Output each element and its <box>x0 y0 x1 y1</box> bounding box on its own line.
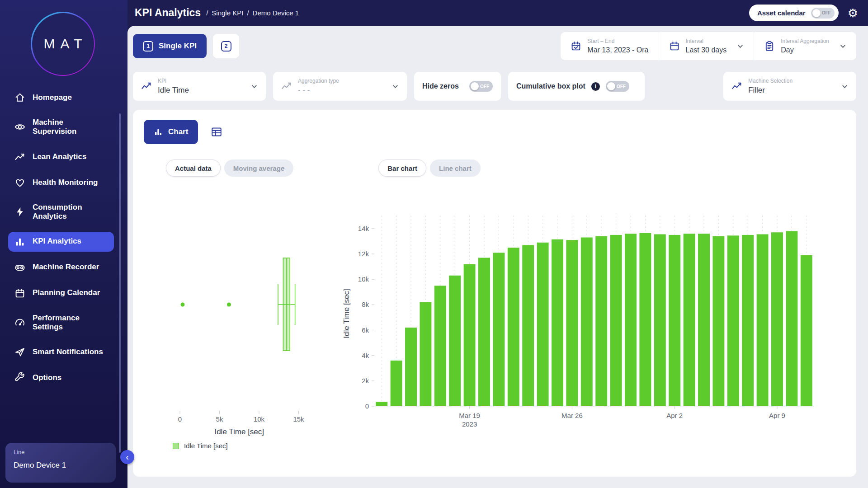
sidebar-item-health-monitoring[interactable]: Health Monitoring <box>8 173 114 192</box>
sidebar-item-label: Homepage <box>33 93 72 102</box>
svg-text:4k: 4k <box>362 352 369 359</box>
chevron-down-icon <box>251 83 258 90</box>
boxplot-chart: 05k10k15kIdle Time [sec] <box>157 198 338 456</box>
sidebar-item-consumption-analytics[interactable]: Consumption Analytics <box>8 198 114 226</box>
gauge-icon <box>14 317 25 328</box>
sidebar-item-machine-supervision[interactable]: Machine Supervision <box>8 113 114 141</box>
sidebar-item-smart-notifications[interactable]: Smart Notifications <box>8 342 114 362</box>
logo: MAT <box>31 12 95 76</box>
sidebar-item-label: Performance Settings <box>33 314 108 332</box>
hide-zeros-label: Hide zeros <box>422 82 459 90</box>
bar-chart-pill[interactable]: Bar chart <box>378 160 426 177</box>
topbar: KPI Analytics / Single KPI / Demo Device… <box>127 0 868 26</box>
breadcrumb-separator: / <box>247 9 249 17</box>
sidebar-scrollbar[interactable] <box>119 113 121 453</box>
calendar-icon <box>571 41 581 52</box>
svg-text:14k: 14k <box>358 225 369 232</box>
single-kpi-badge-number: 1 <box>146 43 150 49</box>
sidebar-item-lean-analytics[interactable]: Lean Analytics <box>8 147 114 167</box>
info-icon[interactable]: i <box>591 82 600 91</box>
logo-circle: MAT <box>32 13 94 75</box>
pulse-line-icon <box>731 81 742 92</box>
kpi-label: KPI <box>158 78 241 84</box>
single-kpi-tab[interactable]: 1 Single KPI <box>133 34 207 58</box>
device-line-label: Line <box>14 449 108 455</box>
sidebar-menu: Homepage Machine Supervision Lean Analyt… <box>0 88 118 388</box>
toggle-state-label: OFF <box>617 84 626 89</box>
legend-swatch <box>173 443 179 449</box>
kpi-select[interactable]: KPI Idle Time <box>133 72 266 101</box>
svg-text:6k: 6k <box>362 326 369 334</box>
sidebar-item-kpi-analytics[interactable]: KPI Analytics <box>8 232 114 252</box>
pulse-line-icon <box>141 81 152 92</box>
svg-text:Idle Time [sec]: Idle Time [sec] <box>342 289 351 338</box>
chevron-down-icon <box>840 43 846 50</box>
single-kpi-icon: 1 <box>143 41 153 52</box>
clipboard-icon <box>764 41 775 52</box>
sidebar-item-machine-recorder[interactable]: Machine Recorder <box>8 258 114 277</box>
hide-zeros-control: Hide zeros OFF <box>414 72 501 101</box>
sidebar-item-label: Machine Recorder <box>33 263 99 272</box>
table-view-button[interactable] <box>211 126 222 138</box>
sidebar-item-planning-calendar[interactable]: Planning Calendar <box>8 283 114 303</box>
chevron-down-icon <box>737 43 744 50</box>
sidebar-item-label: Planning Calendar <box>33 288 100 297</box>
sidebar-item-label: Options <box>33 373 61 382</box>
selected-device-card[interactable]: Line Demo Device 1 <box>5 443 116 483</box>
paper-plane-icon <box>14 347 25 357</box>
page-title: KPI Analytics <box>135 7 201 19</box>
sidebar-item-performance-settings[interactable]: Performance Settings <box>8 309 114 337</box>
series-toggles: Actual data Moving average Bar chart Lin… <box>166 160 845 177</box>
sidebar-item-label: Machine Supervision <box>33 118 108 136</box>
aggregation-type-select[interactable]: Aggregation type - - - <box>273 72 407 101</box>
date-range-field[interactable]: Start – End Mar 13, 2023 - Ora <box>561 32 658 60</box>
recorder-icon <box>14 262 25 273</box>
line-chart-pill[interactable]: Line chart <box>430 160 481 177</box>
multi-kpi-tab[interactable]: 2 <box>213 34 239 58</box>
aggregation-type-label: Aggregation type <box>298 78 382 84</box>
date-range-label: Start – End <box>587 38 648 44</box>
asset-calendar-label: Asset calendar <box>757 9 806 17</box>
date-settings-card: Start – End Mar 13, 2023 - Ora Interval … <box>561 32 856 60</box>
sidebar-item-label: Consumption Analytics <box>33 203 108 221</box>
svg-text:Idle Time [sec]: Idle Time [sec] <box>214 427 264 436</box>
svg-text:Mar 19: Mar 19 <box>459 412 480 419</box>
moving-average-pill[interactable]: Moving average <box>224 160 293 177</box>
info-glyph: i <box>595 83 596 89</box>
svg-text:12k: 12k <box>358 250 369 258</box>
chart-tab-label: Chart <box>168 127 188 136</box>
svg-text:10k: 10k <box>254 415 265 423</box>
sidebar-item-homepage[interactable]: Homepage <box>8 88 114 108</box>
machine-selection-select[interactable]: Machine Selection Filler <box>723 72 856 101</box>
interval-label: Interval <box>686 38 727 44</box>
legend-label: Idle Time [sec] <box>184 442 228 450</box>
cumulative-box-plot-toggle[interactable]: OFF <box>606 81 629 92</box>
heart-icon <box>14 177 25 188</box>
hide-zeros-toggle[interactable]: OFF <box>469 81 493 92</box>
cumulative-box-plot-control: Cumulative box plot i OFF <box>508 72 645 101</box>
breadcrumb-item: Single KPI <box>212 9 243 17</box>
logo-text: MAT <box>38 36 87 52</box>
interval-aggregation-value: Day <box>781 46 829 54</box>
interval-field[interactable]: Interval Last 30 days <box>659 32 754 60</box>
sidebar-collapse-button[interactable]: ‹ <box>120 450 134 464</box>
toolbar-row: 1 Single KPI 2 Start – End Mar 13, 2023 … <box>133 32 856 60</box>
chart-tab-button[interactable]: Chart <box>144 120 198 144</box>
breadcrumb: / Single KPI / Demo Device 1 <box>206 9 299 17</box>
asset-calendar-toggle[interactable]: OFF <box>811 8 835 19</box>
sidebar-item-options[interactable]: Options <box>8 368 114 388</box>
asset-calendar-pill[interactable]: Asset calendar OFF <box>749 5 839 21</box>
legend-item[interactable]: Idle Time [sec] <box>173 442 228 450</box>
pulse-line-icon <box>281 81 292 92</box>
actual-data-pill[interactable]: Actual data <box>166 160 221 177</box>
gear-icon[interactable]: ⚙ <box>848 7 858 19</box>
home-icon <box>14 92 25 103</box>
interval-aggregation-field[interactable]: Interval Aggregation Day <box>754 32 856 60</box>
table-icon <box>211 126 222 138</box>
chart-card: Chart Actual data Moving average Bar cha… <box>133 110 856 477</box>
sidebar-item-label: Lean Analytics <box>33 152 86 161</box>
barchart-chart: 02k4k6k8k10k12k14kMar 192023Mar 26Apr 2A… <box>338 198 826 456</box>
eye-icon <box>14 122 25 132</box>
app: MAT Homepage Machine Supervision Lean An… <box>0 0 868 488</box>
chevron-left-icon: ‹ <box>126 452 129 462</box>
